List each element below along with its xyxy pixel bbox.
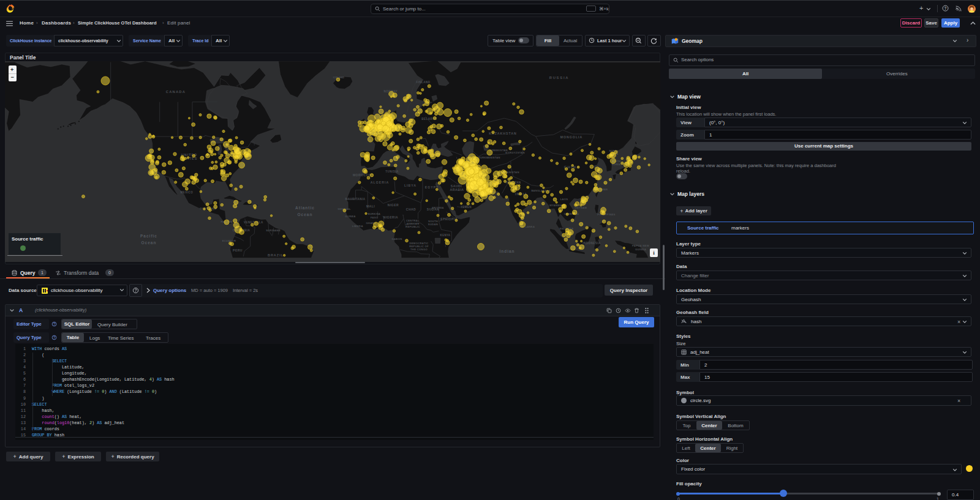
svg-text:CANADA: CANADA — [166, 90, 186, 94]
svg-text:GUINEA: GUINEA — [345, 215, 355, 218]
svg-text:FINLAND: FINLAND — [416, 81, 430, 84]
svg-text:Pacific: Pacific — [140, 234, 157, 238]
svg-text:MAURITANIA: MAURITANIA — [345, 198, 365, 201]
svg-text:LIBERIA: LIBERIA — [352, 225, 363, 228]
svg-text:PHILIPPINES: PHILIPPINES — [597, 213, 615, 216]
svg-text:MALI: MALI — [366, 204, 375, 208]
svg-text:FASO: FASO — [371, 216, 378, 219]
svg-text:Atlantic: Atlantic — [295, 206, 315, 210]
svg-text:INDONESIA: INDONESIA — [582, 242, 601, 245]
svg-text:ERITREA: ERITREA — [432, 206, 444, 209]
svg-text:Indian: Indian — [499, 249, 514, 253]
svg-text:THE CONGO: THE CONGO — [410, 248, 428, 251]
svg-text:YEMEN: YEMEN — [461, 206, 472, 209]
svg-text:ECUADOR: ECUADOR — [222, 239, 236, 242]
svg-text:Ocean: Ocean — [141, 241, 157, 245]
svg-text:BURKINA: BURKINA — [368, 212, 381, 215]
svg-text:KENYA: KENYA — [440, 234, 451, 237]
svg-text:LAOS: LAOS — [560, 198, 568, 201]
svg-text:RUSSIA: RUSSIA — [549, 76, 570, 80]
svg-text:VENEZUELA: VENEZUELA — [244, 221, 263, 224]
svg-text:KYRGYZSTAN: KYRGYZSTAN — [505, 151, 525, 154]
svg-text:MEXICO: MEXICO — [181, 191, 194, 194]
svg-text:SURINAME: SURINAME — [266, 229, 281, 232]
svg-text:TUNISIA: TUNISIA — [385, 170, 399, 173]
svg-text:TURKMENISTAN: TURKMENISTAN — [478, 156, 500, 159]
svg-text:CHAD: CHAD — [406, 207, 416, 211]
svg-text:REPUBLIC: REPUBLIC — [405, 225, 420, 228]
svg-text:GABON: GABON — [391, 237, 402, 241]
svg-text:Ocean: Ocean — [298, 212, 313, 217]
svg-text:?: ? — [944, 6, 947, 10]
svg-text:PERU: PERU — [233, 248, 243, 252]
svg-text:GUINEA: GUINEA — [635, 248, 646, 251]
svg-text:PAPUA NEW: PAPUA NEW — [632, 244, 649, 247]
svg-text:BRAZIL: BRAZIL — [268, 253, 284, 257]
svg-text:ALGERIA: ALGERIA — [371, 181, 389, 184]
svg-text:NIGER: NIGER — [388, 203, 399, 207]
svg-text:ARABIA: ARABIA — [450, 188, 464, 192]
svg-text:SUDAN: SUDAN — [428, 223, 438, 226]
svg-text:NIGERIA: NIGERIA — [383, 215, 398, 219]
svg-text:LIBYA: LIBYA — [404, 184, 417, 187]
svg-text:VIETNAM: VIETNAM — [575, 206, 587, 209]
svg-text:MONGOLIA: MONGOLIA — [560, 135, 583, 139]
